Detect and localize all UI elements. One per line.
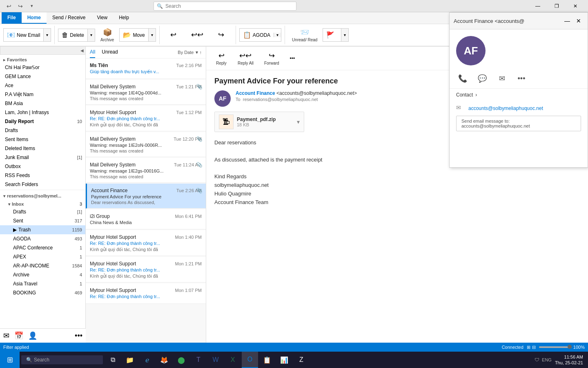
reply-button[interactable]: ↩	[163, 28, 184, 42]
new-email-group[interactable]: 📧 New Email ▾	[3, 28, 51, 42]
sidebar-item-lam[interactable]: Lam, John | Infrasys	[0, 108, 85, 117]
forward-button[interactable]: ↪	[210, 28, 232, 42]
sidebar-item-chi-hai[interactable]: Chi Hai Paw𝕊or	[0, 63, 85, 72]
contacts-nav-icon[interactable]: 👤	[28, 331, 37, 340]
sidebar-item-archive[interactable]: Archive 4	[0, 270, 85, 279]
new-email-dropdown[interactable]: ▾	[43, 29, 51, 41]
contact-mail-action[interactable]: ✉	[495, 72, 508, 85]
undo-button[interactable]: ↩	[3, 0, 15, 12]
sidebar-item-agoda[interactable]: AGODA 493	[0, 234, 85, 243]
close-button[interactable]: ✕	[566, 0, 585, 12]
agoda-group[interactable]: 📋 AGODA ▾	[239, 28, 281, 42]
minimize-button[interactable]: —	[528, 0, 547, 12]
reading-forward-button[interactable]: ↪ Forward	[260, 49, 284, 67]
sidebar-item-bm[interactable]: BM Asia	[0, 99, 85, 108]
taskbar-firefox[interactable]: 🦊	[156, 352, 172, 368]
contact-section[interactable]: Contact ›	[450, 89, 588, 101]
calendar-nav-icon[interactable]: 📅	[14, 331, 23, 340]
taskbar-app1[interactable]: 📋	[259, 352, 275, 368]
new-email-button[interactable]: 📧 New Email	[4, 29, 43, 41]
attachment-box[interactable]: 🗜 Payment_pdf.zip 18 KB ▾	[214, 112, 304, 132]
sidebar-collapse[interactable]: ◀	[0, 47, 85, 55]
sidebar-item-apac[interactable]: APAC Conference 1	[0, 243, 85, 252]
tab-file[interactable]: File	[2, 12, 22, 24]
contact-chat-action[interactable]: 💬	[476, 72, 489, 85]
reply-all-button[interactable]: ↩↩	[186, 28, 209, 42]
account-section[interactable]: ▾ reservations@solbymel...	[0, 191, 85, 199]
delete-button[interactable]: 🗑 Delete	[58, 29, 87, 41]
email-item-account-finance[interactable]: Account Finance Tue 2:26 AM Payment Advi…	[86, 184, 206, 209]
quick-access-more[interactable]: ▾	[26, 0, 38, 12]
view-icon-1[interactable]: ⊞	[527, 345, 530, 350]
sidebar-item-ace[interactable]: Ace	[0, 81, 85, 90]
email-item-ms-tien[interactable]: Ms Tiên Tue 2:16 PM Giúp tăng doanh thu …	[86, 58, 206, 79]
sidebar-item-pa[interactable]: P.A Việt Nam	[0, 90, 85, 99]
flag-group[interactable]: 🚩 ▾	[323, 28, 349, 42]
tab-home[interactable]: Home	[22, 12, 47, 24]
reading-more-button[interactable]: •••	[285, 54, 300, 63]
contact-email-link[interactable]: accounts@solbymeliaphuquoc.net	[468, 105, 543, 111]
archive-button[interactable]: 📦 Archive	[97, 26, 118, 44]
sidebar-item-sent-items[interactable]: Sent Items	[0, 135, 85, 144]
start-button[interactable]: ⊞	[0, 352, 20, 368]
delete-group[interactable]: 🗑 Delete ▾	[58, 29, 95, 42]
email-item-i2i[interactable]: i2i Group Mon 6:41 PM China News & Media	[86, 209, 206, 229]
contact-popup-close[interactable]: ✕	[574, 16, 584, 26]
taskbar-outlook[interactable]: O	[242, 352, 258, 368]
zoom-slider[interactable]	[539, 346, 572, 348]
email-item-mds3[interactable]: Mail Delivery System Tue 11:24 A... Warn…	[86, 158, 206, 183]
search-input[interactable]	[154, 2, 296, 11]
sidebar-item-daily-report[interactable]: Daily Report 10	[0, 117, 85, 126]
flag-dropdown[interactable]: ▾	[341, 29, 348, 41]
taskbar-excel[interactable]: X	[225, 352, 241, 368]
filter-unread[interactable]: Unread	[102, 47, 118, 58]
taskbar-word[interactable]: W	[207, 352, 224, 368]
sidebar-item-ar-ap[interactable]: AR-AP-INCOME 1584	[0, 261, 85, 270]
flag-button[interactable]: 🚩	[323, 29, 341, 41]
contact-phone-action[interactable]: 📞	[456, 72, 469, 85]
email-item-mytour1[interactable]: Mytour Hotel Support Tue 1:12 PM Re: RE:…	[86, 105, 206, 131]
email-scroll[interactable]: Ms Tiên Tue 2:16 PM Giúp tăng doanh thu …	[86, 58, 206, 347]
favorites-section[interactable]: ▸ Favorites	[0, 55, 85, 63]
taskbar-search[interactable]: 🔍 Search	[21, 355, 103, 364]
sidebar-item-junk[interactable]: Junk Email [1]	[0, 153, 85, 162]
inbox-section[interactable]: ▾ Inbox 3	[0, 199, 85, 207]
email-item-mds1[interactable]: Mail Delivery System Tue 1:21 PM Warning…	[86, 80, 206, 105]
sidebar-item-apex[interactable]: APEX 1	[0, 252, 85, 261]
agoda-dropdown[interactable]: ▾	[274, 33, 281, 37]
email-item-mds2[interactable]: Mail Delivery System Tue 12:20 PM Warnin…	[86, 132, 206, 157]
redo-button[interactable]: ↪	[15, 0, 26, 12]
taskbar-app2[interactable]: 📊	[276, 352, 292, 368]
delete-dropdown[interactable]: ▾	[87, 29, 95, 41]
taskbar-task-view[interactable]: ⧉	[105, 352, 121, 368]
agoda-button[interactable]: 📋 AGODA	[240, 29, 274, 41]
sidebar-item-booking[interactable]: BOOKING 469	[0, 288, 85, 297]
contact-more-action[interactable]: •••	[515, 72, 528, 85]
sidebar-item-search-folders[interactable]: Search Folders	[0, 180, 85, 189]
taskbar-app3[interactable]: Z	[293, 352, 310, 368]
restore-button[interactable]: ❐	[547, 0, 566, 12]
tab-help[interactable]: Help	[113, 12, 135, 24]
taskbar-chrome[interactable]: ⬤	[173, 352, 189, 368]
reading-reply-button[interactable]: ↩ Reply	[211, 49, 232, 67]
sidebar-item-rss[interactable]: RSS Feeds	[0, 171, 85, 180]
reading-reply-all-button[interactable]: ↩↩ Reply All	[233, 49, 258, 67]
move-group[interactable]: 📂 Move ▾	[119, 28, 156, 42]
taskbar-teams[interactable]: T	[190, 352, 207, 368]
filter-all[interactable]: All	[90, 47, 95, 58]
mail-nav-icon[interactable]: ✉	[3, 331, 9, 340]
move-dropdown[interactable]: ▾	[148, 29, 156, 41]
sidebar-item-asia-travel[interactable]: Asia Travel 1	[0, 279, 85, 288]
taskbar-explorer[interactable]: 📁	[122, 352, 138, 368]
sidebar-item-drafts-fav[interactable]: Drafts	[0, 126, 85, 135]
view-icon-2[interactable]: ⊟	[532, 345, 536, 350]
contact-popup-minimize[interactable]: —	[562, 16, 572, 26]
tab-view[interactable]: View	[91, 12, 113, 24]
unread-read-button[interactable]: 📨 Unread/ Read	[288, 26, 321, 44]
email-item-mytour4[interactable]: Mytour Hotel Support Mon 1:07 PM Re: RE:…	[86, 283, 206, 304]
email-item-mytour2[interactable]: Mytour Hotel Support Mon 1:40 PM Re: RE:…	[86, 230, 206, 256]
sidebar-item-trash[interactable]: ▶ Trash 1159	[0, 225, 85, 234]
move-button[interactable]: 📂 Move	[120, 29, 148, 41]
tab-send-receive[interactable]: Send / Receive	[47, 12, 91, 24]
sidebar-item-outbox[interactable]: Outbox	[0, 162, 85, 171]
